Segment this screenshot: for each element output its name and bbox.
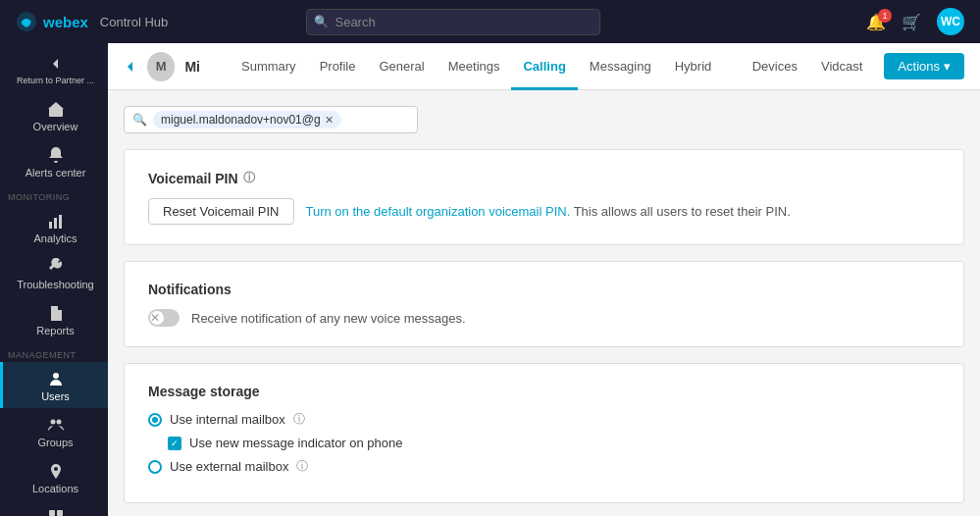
- notification-description: Receive notification of any new voice me…: [191, 311, 466, 326]
- sidebar-item-label: Users: [41, 390, 70, 402]
- option-external-label: Use external mailbox: [170, 459, 288, 474]
- sidebar-item-label: Overview: [33, 121, 78, 132]
- people-icon: [47, 416, 65, 434]
- svg-rect-2: [49, 222, 52, 229]
- sidebar-item-label: Reports: [36, 325, 75, 336]
- notification-toggle[interactable]: ✕: [148, 309, 180, 327]
- toggle-x-icon: ✕: [150, 310, 160, 326]
- sidebar-item-locations[interactable]: Locations: [0, 454, 108, 500]
- search-filter-icon: 🔍: [132, 113, 147, 127]
- sidebar-return-label: Return to Partner ...: [17, 76, 94, 86]
- content-area: 🔍 miguel.maldonadov+nov01@g ✕ Voicemail …: [108, 90, 980, 516]
- arrow-left-icon: [47, 55, 65, 73]
- tab-meetings[interactable]: Meetings: [437, 43, 512, 90]
- option-indicator-label: Use new message indicator on phone: [189, 436, 403, 450]
- search-input[interactable]: [306, 9, 600, 35]
- radio-external[interactable]: [148, 460, 162, 474]
- svg-rect-1: [49, 108, 63, 117]
- sidebar-item-analytics[interactable]: Analytics: [0, 204, 108, 250]
- chevron-down-icon: ▾: [944, 59, 951, 74]
- sidebar-item-reports[interactable]: Reports: [0, 296, 108, 342]
- radio-internal[interactable]: [148, 413, 162, 427]
- tab-hybrid[interactable]: Hybrid Services: [663, 43, 741, 90]
- bell-icon: [47, 146, 65, 164]
- tab-general[interactable]: General: [367, 43, 436, 90]
- topbar-title: Control Hub: [100, 15, 168, 29]
- pin-icon: [47, 462, 65, 480]
- sidebar-item-workspaces[interactable]: Workspaces: [0, 500, 108, 516]
- management-label: MANAGEMENT: [0, 342, 108, 362]
- sidebar-item-label: Locations: [32, 483, 78, 494]
- sidebar: Return to Partner ... Overview Alerts ce…: [0, 43, 108, 516]
- voicemail-title-text: Voicemail PIN: [148, 171, 238, 186]
- sidebar-item-groups[interactable]: Groups: [0, 408, 108, 454]
- back-button[interactable]: [124, 60, 137, 74]
- sidebar-item-label: Troubleshooting: [17, 279, 93, 290]
- remove-chip-button[interactable]: ✕: [325, 114, 334, 127]
- sidebar-item-troubleshooting[interactable]: Troubleshooting: [0, 250, 108, 296]
- message-storage-title: Message storage: [148, 384, 940, 399]
- topbar-actions: 🔔 1 🛒 WC: [866, 8, 964, 35]
- user-header: M Mi Summary Profile General Meetings Ca…: [108, 43, 980, 90]
- user-avatar: M: [147, 52, 175, 81]
- logo: webex: [16, 11, 88, 32]
- message-storage-option-internal[interactable]: Use internal mailbox ⓘ: [148, 411, 940, 428]
- user-name: Mi: [184, 59, 200, 75]
- home-icon: [47, 100, 65, 118]
- sidebar-item-return[interactable]: Return to Partner ...: [0, 47, 108, 92]
- voicemail-title: Voicemail PIN ⓘ: [148, 170, 940, 186]
- cart-icon[interactable]: 🛒: [902, 13, 921, 31]
- logo-text: webex: [43, 14, 88, 30]
- message-storage-option-external[interactable]: Use external mailbox ⓘ: [148, 458, 940, 475]
- svg-rect-4: [59, 215, 62, 229]
- person-icon: [47, 370, 65, 387]
- sidebar-item-label: Alerts center: [26, 167, 86, 179]
- sidebar-item-users[interactable]: Users: [0, 362, 108, 408]
- actions-button[interactable]: Actions ▾: [884, 53, 964, 79]
- svg-rect-9: [57, 510, 63, 516]
- voicemail-info-icon[interactable]: ⓘ: [243, 170, 255, 186]
- option-internal-label: Use internal mailbox: [170, 412, 285, 427]
- message-storage-card: Message storage Use internal mailbox ⓘ U…: [124, 363, 964, 503]
- svg-point-5: [53, 373, 59, 379]
- back-icon: [124, 60, 137, 74]
- tab-vidcast[interactable]: Vidcast: [809, 43, 874, 90]
- svg-point-6: [50, 419, 55, 424]
- search-icon: 🔍: [314, 15, 329, 28]
- layout: Return to Partner ... Overview Alerts ce…: [0, 43, 980, 516]
- voicemail-link[interactable]: Turn on the default organization voicema…: [306, 204, 571, 219]
- tab-summary[interactable]: Summary: [230, 43, 308, 90]
- tab-profile[interactable]: Profile: [308, 43, 368, 90]
- notifications-title: Notifications: [148, 282, 940, 297]
- search-bar[interactable]: 🔍: [306, 9, 600, 35]
- notifications-card: Notifications ✕ Receive notification of …: [124, 261, 964, 347]
- bar-chart-icon: [47, 212, 65, 230]
- workspace-icon: [47, 508, 65, 516]
- svg-rect-3: [54, 218, 57, 229]
- file-icon: [47, 304, 65, 322]
- notifications-title-text: Notifications: [148, 282, 232, 297]
- wrench-icon: [47, 258, 65, 276]
- message-storage-option-indicator[interactable]: Use new message indicator on phone: [168, 436, 940, 450]
- internal-mailbox-info-icon[interactable]: ⓘ: [293, 411, 305, 428]
- sidebar-item-overview[interactable]: Overview: [0, 92, 108, 138]
- notification-row: ✕ Receive notification of any new voice …: [148, 309, 940, 327]
- search-chip-value: miguel.maldonadov+nov01@g: [161, 113, 321, 127]
- notification-badge: 1: [878, 9, 892, 23]
- voicemail-description: Turn on the default organization voicema…: [306, 204, 791, 219]
- reset-voicemail-button[interactable]: Reset Voicemail PIN: [148, 198, 294, 225]
- monitoring-label: MONITORING: [0, 184, 108, 204]
- user-avatar[interactable]: WC: [937, 8, 964, 35]
- sidebar-item-alerts[interactable]: Alerts center: [0, 138, 108, 184]
- user-tabs: Summary Profile General Meetings Calling…: [230, 43, 874, 90]
- main-content: M Mi Summary Profile General Meetings Ca…: [108, 43, 980, 516]
- message-storage-title-text: Message storage: [148, 384, 260, 399]
- search-filter-bar: 🔍 miguel.maldonadov+nov01@g ✕: [124, 106, 418, 133]
- tab-messaging[interactable]: Messaging: [578, 43, 663, 90]
- checkbox-new-indicator[interactable]: [168, 437, 181, 450]
- search-chip: miguel.maldonadov+nov01@g ✕: [153, 111, 341, 129]
- tab-devices[interactable]: Devices: [741, 43, 809, 90]
- notification-icon[interactable]: 🔔 1: [866, 13, 886, 31]
- tab-calling[interactable]: Calling: [511, 43, 577, 90]
- external-mailbox-info-icon[interactable]: ⓘ: [296, 458, 308, 475]
